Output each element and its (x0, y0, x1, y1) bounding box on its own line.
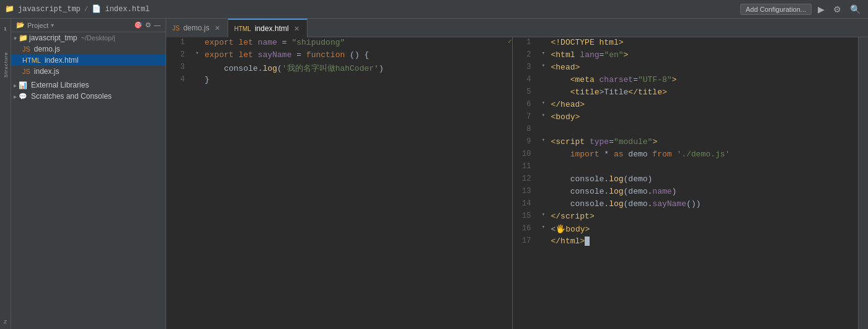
code-line: 17</html> (513, 236, 859, 248)
line-content: <!DOCTYPE html> (550, 37, 859, 47)
project-label: Project (27, 22, 48, 29)
line-number: 8 (513, 124, 538, 133)
scratches-label: Scratches and Consoles (31, 92, 112, 101)
line-content: <html lang="en"> (550, 50, 859, 60)
fold-arrow[interactable]: ▾ (542, 211, 545, 218)
fold-gutter: ▾ (538, 211, 550, 218)
run-button[interactable]: ▶ (815, 3, 827, 16)
line-content: console.log(demo) (550, 174, 859, 184)
code-line: 2▾<html lang="en"> (513, 50, 859, 62)
tree-collapse-icon[interactable]: — (154, 21, 161, 29)
line-number: 10 (513, 149, 538, 158)
index-html-label: index.html (45, 56, 79, 65)
tab-index-html-label: index.html (255, 24, 289, 33)
right-scrollbar-gutter (858, 37, 868, 329)
fold-arrow[interactable]: ▾ (542, 137, 545, 143)
line-number: 3 (166, 62, 191, 71)
line-content: </head> (550, 99, 859, 109)
line-number: 15 (513, 211, 538, 220)
line-content: } (203, 74, 512, 84)
add-configuration-button[interactable]: Add Configuration... (740, 4, 812, 15)
fold-arrow[interactable]: ▾ (542, 112, 545, 119)
line-content: </script> (550, 211, 859, 221)
line-content (550, 161, 859, 171)
js-file-icon-demo: JS (22, 45, 30, 53)
js-file-icon-index: JS (22, 68, 30, 75)
fold-arrow[interactable]: ▾ (195, 50, 198, 56)
settings-button[interactable]: ⚙ (831, 3, 844, 16)
code-line: 15▾</script> (513, 211, 859, 223)
fold-gutter: ▾ (538, 99, 550, 106)
line-content: console.log('我的名字叫做hahCoder') (203, 62, 512, 74)
folder-arrow: ▾ (14, 35, 17, 42)
folder-icon: 📂 (16, 21, 25, 29)
demo-js-code-lines: 1export let name = "shipudong"✓2▾export … (166, 37, 512, 329)
fold-arrow[interactable]: ▾ (542, 62, 545, 69)
line-content: console.log(demo.sayName()) (550, 199, 859, 209)
fold-arrow[interactable]: ▾ (542, 50, 545, 56)
tab-index-html-icon: HTML (234, 25, 251, 32)
scratches-arrow: ▸ (14, 93, 17, 100)
tab-index-html-close[interactable]: ✕ (293, 25, 301, 33)
tree-item-external-libs[interactable]: ▸ 📊 External Libraries (11, 79, 166, 91)
line-number: 6 (513, 99, 538, 109)
tree-item-index-html[interactable]: HTML index.html (11, 55, 166, 66)
line-number: 13 (513, 186, 538, 196)
fold-arrow[interactable]: ▾ (542, 223, 545, 230)
line-number: 17 (513, 236, 538, 245)
code-line: 12 console.log(demo) (513, 174, 859, 186)
code-panel-index-html[interactable]: 1<!DOCTYPE html>2▾<html lang="en">3▾<hea… (512, 37, 859, 329)
code-line: 6▾</head> (513, 99, 859, 112)
tree-item-index-js[interactable]: JS index.js (11, 66, 166, 77)
sidebar-icons-bar: 1 Structure Z (0, 19, 11, 329)
fold-gutter: ▾ (538, 137, 550, 143)
root-folder-label: javascript_tmp (29, 34, 77, 42)
tree-item-root-folder[interactable]: ▾ 📁 javascript_tmp ~/Desktop/j (11, 32, 166, 43)
sidebar-icon-structure[interactable]: Structure (1, 60, 11, 70)
code-line: 2▾export let sayName = function () { (166, 50, 512, 62)
fold-gutter: ▾ (538, 112, 550, 119)
sidebar-icon-z[interactable]: Z (1, 317, 11, 327)
file-tree-panel: 📂 Project ▾ 🎯 ⚙ — ▾ 📁 javascript_tmp ~/D… (11, 19, 166, 329)
tab-demo-js-icon: JS (172, 25, 180, 32)
tree-cog-icon[interactable]: ⚙ (145, 21, 151, 29)
code-line: 4} (166, 74, 512, 87)
line-content: <🖐body> (550, 223, 859, 234)
tree-locate-icon[interactable]: 🎯 (134, 21, 143, 29)
tree-item-demo-js[interactable]: JS demo.js (11, 43, 166, 55)
fold-arrow[interactable]: ▾ (542, 99, 545, 106)
code-line: 9▾<script type="module"> (513, 137, 859, 149)
line-number: 1 (166, 37, 191, 47)
line-number: 2 (166, 50, 191, 59)
line-content (550, 124, 859, 134)
fold-gutter: ▾ (538, 62, 550, 69)
index-js-label: index.js (34, 67, 60, 76)
tab-demo-js-close[interactable]: ✕ (213, 24, 221, 32)
code-line: 3 console.log('我的名字叫做hahCoder') (166, 62, 512, 74)
line-number: 11 (513, 161, 538, 171)
search-button[interactable]: 🔍 (848, 3, 863, 16)
tab-index-html[interactable]: HTML index.html ✕ (228, 19, 308, 37)
code-line: 1export let name = "shipudong"✓ (166, 37, 512, 50)
line-content: </html> (550, 236, 859, 246)
line-content: export let sayName = function () { (203, 50, 512, 60)
tree-item-scratches[interactable]: ▸ 💬 Scratches and Consoles (11, 91, 166, 102)
code-panel-demo-js[interactable]: 1export let name = "shipudong"✓2▾export … (166, 37, 512, 329)
code-line: 5 <title>Title</title> (513, 87, 859, 99)
project-breadcrumb-icon: 📁 (5, 4, 14, 14)
code-line: 14 console.log(demo.sayName()) (513, 199, 859, 211)
code-line: 4 <meta charset="UTF-8"> (513, 74, 859, 87)
line-content: import * as demo from './demo.js' (550, 149, 859, 159)
project-chevron: ▾ (51, 22, 54, 29)
tab-demo-js[interactable]: JS demo.js ✕ (166, 19, 228, 37)
top-bar: 📁 javascript_tmp / 📄 index.html Add Conf… (0, 0, 868, 19)
project-breadcrumb-label[interactable]: javascript_tmp (18, 5, 81, 14)
index-html-code-lines: 1<!DOCTYPE html>2▾<html lang="en">3▾<hea… (513, 37, 859, 329)
scratches-icon: 💬 (19, 92, 27, 101)
root-folder-icon: 📁 (19, 34, 28, 42)
html-file-icon: HTML (22, 56, 41, 64)
file-breadcrumb-label[interactable]: index.html (105, 5, 149, 14)
sidebar-icon-project[interactable]: 1 (1, 24, 11, 34)
line-number: 5 (513, 87, 538, 96)
ext-libs-arrow: ▸ (14, 82, 17, 89)
